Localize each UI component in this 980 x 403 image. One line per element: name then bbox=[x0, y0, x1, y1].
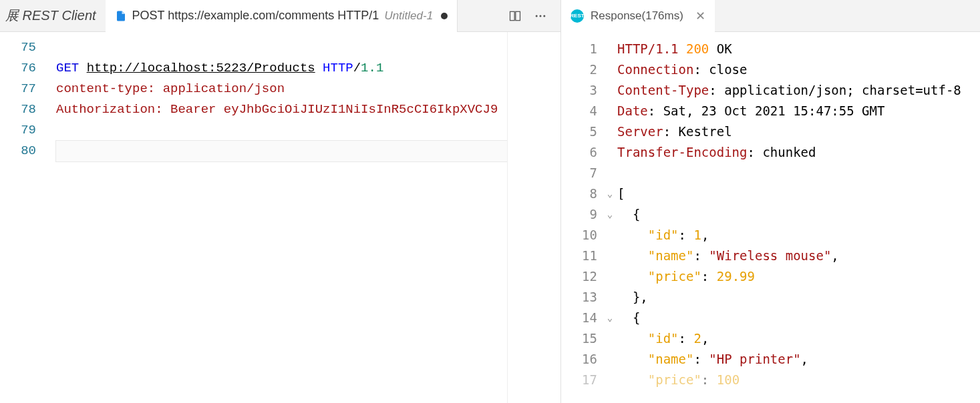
rest-icon: REST bbox=[570, 9, 584, 23]
svg-point-3 bbox=[540, 15, 542, 17]
line-gutter: 757677787980 bbox=[0, 32, 48, 403]
fold-toggle-icon bbox=[603, 80, 617, 101]
response-gutter: 1234567891011121314151617 bbox=[561, 39, 603, 403]
code-area[interactable]: GET http://localhost:5223/Products HTTP/… bbox=[48, 32, 560, 403]
fold-toggle-icon bbox=[603, 39, 617, 59]
response-tabbar: REST Response(176ms) ✕ bbox=[561, 0, 980, 32]
svg-point-2 bbox=[536, 15, 538, 17]
split-editor-icon[interactable] bbox=[508, 9, 522, 23]
fold-toggle-icon bbox=[603, 246, 617, 266]
fold-toggle-icon bbox=[603, 121, 617, 142]
right-pane: REST Response(176ms) ✕ 12345678910111213… bbox=[561, 0, 980, 403]
request-editor[interactable]: 757677787980 GET http://localhost:5223/P… bbox=[0, 32, 560, 403]
file-icon bbox=[115, 10, 127, 22]
tab-actions bbox=[508, 9, 560, 23]
svg-point-4 bbox=[543, 15, 545, 17]
fold-toggle-icon bbox=[603, 370, 617, 390]
fold-toggle-icon bbox=[603, 225, 617, 246]
fold-toggle-icon bbox=[603, 59, 617, 80]
fold-toggle-icon[interactable]: ⌄ bbox=[603, 204, 617, 225]
fold-toggle-icon bbox=[603, 266, 617, 287]
fold-toggle-icon bbox=[603, 163, 617, 183]
tab-request-file[interactable]: POST https://example.com/comments HTTP/1… bbox=[106, 0, 458, 32]
fold-toggle-icon[interactable]: ⌄ bbox=[603, 308, 617, 328]
response-code[interactable]: HTTP/1.1 200 OKConnection: closeContent-… bbox=[617, 39, 980, 403]
fold-toggle-icon bbox=[603, 101, 617, 121]
left-pane: 展 REST Client POST https://example.com/c… bbox=[0, 0, 561, 403]
tab-title: POST https://example.com/comments HTTP/1 bbox=[132, 9, 379, 23]
fold-toggle-icon bbox=[603, 349, 617, 370]
response-tab-title: Response(176ms) bbox=[591, 9, 683, 23]
left-tabbar: 展 REST Client POST https://example.com/c… bbox=[0, 0, 560, 32]
svg-rect-1 bbox=[516, 11, 520, 20]
app-root: 展 REST Client POST https://example.com/c… bbox=[0, 0, 980, 403]
fold-toggle-icon bbox=[603, 328, 617, 349]
tab-secondary: Untitled-1 bbox=[384, 9, 433, 23]
response-editor[interactable]: 1234567891011121314151617 ⌄⌄⌄ HTTP/1.1 2… bbox=[561, 32, 980, 403]
editor-split: 展 REST Client POST https://example.com/c… bbox=[0, 0, 980, 403]
breadcrumb: 展 REST Client bbox=[0, 7, 106, 25]
close-icon[interactable]: ✕ bbox=[695, 9, 705, 23]
fold-toggle-icon bbox=[603, 287, 617, 308]
svg-rect-0 bbox=[510, 11, 515, 20]
fold-toggle-icon bbox=[603, 142, 617, 163]
tab-response[interactable]: REST Response(176ms) ✕ bbox=[561, 0, 715, 32]
dirty-indicator-icon bbox=[441, 13, 448, 19]
fold-column: ⌄⌄⌄ bbox=[603, 39, 617, 403]
more-icon[interactable] bbox=[534, 9, 547, 23]
minimap[interactable]: ---- --- ------ -------------- ---- ----… bbox=[507, 32, 560, 403]
fold-toggle-icon[interactable]: ⌄ bbox=[603, 183, 617, 204]
